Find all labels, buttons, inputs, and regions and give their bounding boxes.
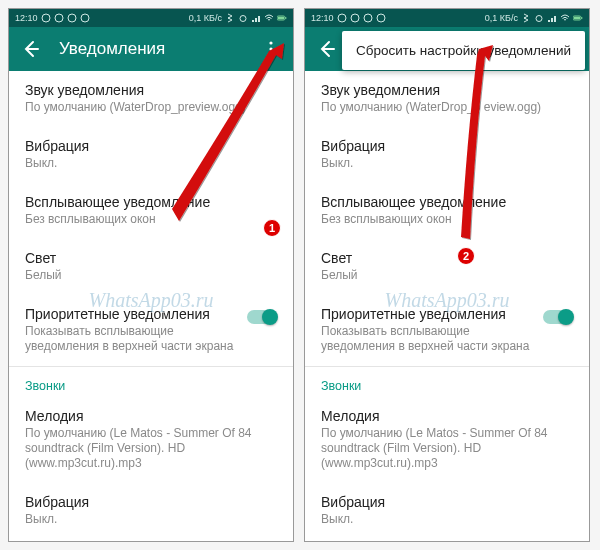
priority-toggle[interactable] <box>543 310 573 324</box>
setting-value: Показывать всплывающие уведомления в вер… <box>321 324 543 354</box>
setting-value: Выкл. <box>321 156 573 171</box>
svg-point-14 <box>377 14 385 22</box>
setting-title: Всплывающее уведомление <box>25 194 277 210</box>
more-vert-icon <box>262 40 280 58</box>
status-bar: 12:10 0,1 КБ/с <box>305 9 589 27</box>
setting-light[interactable]: Свет Белый <box>9 239 293 295</box>
svg-point-9 <box>269 47 272 50</box>
menu-reset-notifications[interactable]: Сбросить настройки уведомлений <box>342 31 585 70</box>
status-netspeed: 0,1 КБ/с <box>485 13 518 23</box>
section-calls: Звонки <box>305 367 589 397</box>
setting-value: Выкл. <box>321 512 573 527</box>
svg-point-10 <box>269 53 272 56</box>
circle-icon <box>41 13 51 23</box>
setting-call-vibration[interactable]: Вибрация Выкл. <box>305 483 589 539</box>
setting-title: Вибрация <box>25 138 277 154</box>
setting-title: Вибрация <box>321 494 573 510</box>
setting-title: Приоритетные уведомления <box>25 306 247 322</box>
circle-icon <box>363 13 373 23</box>
setting-value: Белый <box>25 268 277 283</box>
setting-call-vibration[interactable]: Вибрация Выкл. <box>9 483 293 539</box>
arrow-back-icon <box>21 39 41 59</box>
svg-point-4 <box>240 16 246 22</box>
phone-right: 12:10 0,1 КБ/с Сбросить настройки уведом… <box>304 8 590 542</box>
setting-vibration[interactable]: Вибрация Выкл. <box>305 127 589 183</box>
circle-icon <box>337 13 347 23</box>
setting-value: По умолчанию (WaterDrop_p eview.ogg) <box>321 100 573 115</box>
back-button[interactable] <box>315 37 339 61</box>
setting-value: Белый <box>321 268 573 283</box>
svg-point-8 <box>269 41 272 44</box>
setting-value: Выкл. <box>25 512 277 527</box>
svg-point-1 <box>55 14 63 22</box>
back-button[interactable] <box>19 37 43 61</box>
signal-icon <box>547 13 557 23</box>
settings-list: Звук уведомления По умолчанию (WaterDrop… <box>305 71 589 541</box>
svg-point-2 <box>68 14 76 22</box>
arrow-back-icon <box>317 39 337 59</box>
bluetooth-icon <box>521 13 531 23</box>
battery-icon <box>277 13 287 23</box>
setting-vibration[interactable]: Вибрация Выкл. <box>9 127 293 183</box>
svg-rect-17 <box>574 17 580 20</box>
setting-value: По умолчанию (Le Matos - Summer Of 84 so… <box>321 426 573 471</box>
svg-rect-7 <box>285 17 286 19</box>
setting-value: По умолчанию (WaterDrop_preview.ogg) <box>25 100 277 115</box>
circle-icon <box>67 13 77 23</box>
setting-notification-sound[interactable]: Звук уведомления По умолчанию (WaterDrop… <box>305 71 589 127</box>
circle-icon <box>376 13 386 23</box>
annotation-badge-2: 2 <box>457 247 475 265</box>
circle-icon <box>80 13 90 23</box>
circle-icon <box>54 13 64 23</box>
wifi-icon <box>264 13 274 23</box>
page-title: Уведомления <box>59 39 243 59</box>
setting-title: Вибрация <box>321 138 573 154</box>
svg-rect-18 <box>581 17 582 19</box>
setting-title: Всплывающее уведомление <box>321 194 573 210</box>
setting-priority[interactable]: Приоритетные уведомления Показывать вспл… <box>9 295 293 366</box>
setting-popup[interactable]: Всплывающее уведомление Без всплывающих … <box>305 183 589 239</box>
status-netspeed: 0,1 КБ/с <box>189 13 222 23</box>
battery-icon <box>573 13 583 23</box>
setting-title: Свет <box>321 250 573 266</box>
svg-rect-6 <box>278 17 284 20</box>
settings-list: Звук уведомления По умолчанию (WaterDrop… <box>9 71 293 541</box>
setting-call-melody[interactable]: Мелодия По умолчанию (Le Matos - Summer … <box>9 397 293 483</box>
wifi-icon <box>560 13 570 23</box>
bluetooth-icon <box>225 13 235 23</box>
svg-point-11 <box>338 14 346 22</box>
setting-title: Звук уведомления <box>321 82 573 98</box>
section-calls: Звонки <box>9 367 293 397</box>
setting-value: Выкл. <box>25 156 277 171</box>
setting-title: Мелодия <box>321 408 573 424</box>
app-bar: Сбросить настройки уведомлений <box>305 27 589 71</box>
status-time: 12:10 <box>15 13 38 23</box>
svg-point-15 <box>536 16 542 22</box>
setting-value: Без всплывающих окон <box>25 212 277 227</box>
phone-left: 12:10 0,1 КБ/с Уведомления Звук уведомле… <box>8 8 294 542</box>
svg-point-0 <box>42 14 50 22</box>
setting-title: Вибрация <box>25 494 277 510</box>
setting-title: Приоритетные уведомления <box>321 306 543 322</box>
setting-title: Мелодия <box>25 408 277 424</box>
setting-value: Показывать всплывающие уведомления в вер… <box>25 324 247 354</box>
setting-call-melody[interactable]: Мелодия По умолчанию (Le Matos - Summer … <box>305 397 589 483</box>
priority-toggle[interactable] <box>247 310 277 324</box>
overflow-menu-button[interactable] <box>259 37 283 61</box>
svg-point-12 <box>351 14 359 22</box>
setting-value: Без всплывающих окон <box>321 212 573 227</box>
svg-point-3 <box>81 14 89 22</box>
menu-item-label: Сбросить настройки уведомлений <box>356 43 571 58</box>
setting-priority[interactable]: Приоритетные уведомления Показывать вспл… <box>305 295 589 366</box>
setting-value: По умолчанию (Le Matos - Summer Of 84 so… <box>25 426 277 471</box>
signal-icon <box>251 13 261 23</box>
status-bar: 12:10 0,1 КБ/с <box>9 9 293 27</box>
setting-popup[interactable]: Всплывающее уведомление Без всплывающих … <box>9 183 293 239</box>
alarm-icon <box>534 13 544 23</box>
alarm-icon <box>238 13 248 23</box>
app-bar: Уведомления <box>9 27 293 71</box>
setting-notification-sound[interactable]: Звук уведомления По умолчанию (WaterDrop… <box>9 71 293 127</box>
setting-light[interactable]: Свет Белый <box>305 239 589 295</box>
setting-title: Свет <box>25 250 277 266</box>
status-time: 12:10 <box>311 13 334 23</box>
